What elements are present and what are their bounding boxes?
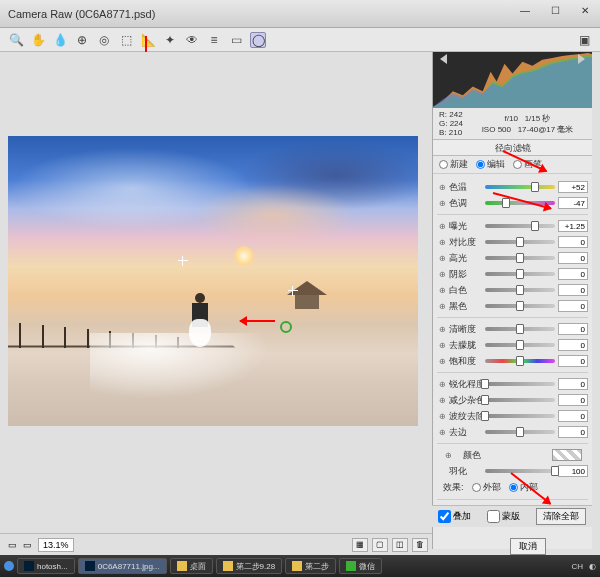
zoom-select[interactable]: 13.1% [38,538,74,552]
redeye-icon[interactable]: 👁 [184,32,200,48]
slider-value[interactable]: 0 [558,378,588,390]
slider-thumb[interactable] [502,198,510,208]
mode-brush[interactable]: 画笔 [513,158,542,171]
slider-thumb[interactable] [516,237,524,247]
system-tray[interactable]: CH ◐ [571,562,596,571]
expand-icon[interactable]: ⊕ [437,357,447,366]
slider-value[interactable]: +52 [558,181,588,193]
slider-thumb[interactable] [516,269,524,279]
expand-icon[interactable]: ⊕ [437,302,447,311]
trash-icon[interactable]: 🗑 [412,538,428,552]
slider-thumb[interactable] [531,221,539,231]
expand-icon[interactable]: ⊕ [437,222,447,231]
slider-track[interactable] [485,304,555,308]
expand-icon[interactable]: ⊕ [437,286,447,295]
overlay-checkbox[interactable]: 叠加 [438,510,471,523]
radial-pin[interactable] [288,286,298,296]
task-item[interactable]: 微信 [339,558,382,574]
histogram[interactable] [433,52,592,108]
spot-icon[interactable]: ✦ [162,32,178,48]
task-item[interactable]: 桌面 [170,558,213,574]
slider-value[interactable]: 100 [558,465,588,477]
slider-value[interactable]: 0 [558,426,588,438]
slider-value[interactable]: 0 [558,300,588,312]
start-button[interactable] [4,561,14,571]
slider-track[interactable] [485,224,555,228]
view-split-icon[interactable]: ◫ [392,538,408,552]
slider-value[interactable]: 0 [558,268,588,280]
expand-icon[interactable]: ⊕ [437,325,447,334]
highlight-clip-icon[interactable] [578,54,590,64]
view-grid-icon[interactable]: ▦ [352,538,368,552]
effect-outside[interactable]: 外部 [472,481,501,494]
task-item[interactable]: 第二步 [285,558,336,574]
slider-track[interactable] [485,359,555,363]
slider-track[interactable] [485,430,555,434]
shadow-clip-icon[interactable] [435,54,447,64]
slider-thumb[interactable] [516,340,524,350]
view-single-icon[interactable]: ▢ [372,538,388,552]
color-swatch[interactable] [552,449,582,461]
clear-all-button[interactable]: 清除全部 [536,508,586,525]
slider-value[interactable]: 0 [558,394,588,406]
cancel-button[interactable]: 取消 [510,538,546,555]
slider-thumb[interactable] [481,411,489,421]
radial-center-handle[interactable] [280,321,292,333]
slider-thumb[interactable] [516,324,524,334]
slider-value[interactable]: 0 [558,410,588,422]
radial-icon[interactable]: ◯ [250,32,266,48]
slider-track[interactable] [485,414,555,418]
slider-track[interactable] [485,256,555,260]
slider-track[interactable] [485,382,555,386]
max-button[interactable]: ☐ [540,0,570,20]
task-item[interactable]: 0C6A87711.jpg... [78,558,167,574]
slider-track[interactable] [485,327,555,331]
slider-thumb[interactable] [516,253,524,263]
target-icon[interactable]: ◎ [96,32,112,48]
expand-icon[interactable]: ⊕ [437,238,447,247]
slider-thumb[interactable] [551,466,559,476]
slider-thumb[interactable] [481,379,489,389]
slider-track[interactable] [485,398,555,402]
close-button[interactable]: ✕ [570,0,600,20]
slider-track[interactable] [485,343,555,347]
expand-icon[interactable]: ⊕ [443,451,453,460]
zoom-out-icon[interactable]: ▭ [8,540,17,550]
task-item[interactable]: hotosh... [17,558,75,574]
slider-value[interactable]: +1.25 [558,220,588,232]
expand-icon[interactable]: ⊕ [437,341,447,350]
magnify-icon[interactable]: 🔍 [8,32,24,48]
slider-value[interactable]: -47 [558,197,588,209]
slider-value[interactable]: 0 [558,339,588,351]
preview-toggle-icon[interactable]: ▣ [576,32,592,48]
mode-edit[interactable]: 编辑 [476,158,505,171]
slider-thumb[interactable] [531,182,539,192]
expand-icon[interactable]: ⊕ [437,183,447,192]
min-button[interactable]: — [510,0,540,20]
slider-track[interactable] [485,240,555,244]
expand-icon[interactable]: ⊕ [437,428,447,437]
slider-thumb[interactable] [516,285,524,295]
expand-icon[interactable]: ⊕ [437,380,447,389]
slider-thumb[interactable] [481,395,489,405]
task-item[interactable]: 第二步9.28 [216,558,283,574]
slider-value[interactable]: 0 [558,236,588,248]
eyedrop-icon[interactable]: 💧 [52,32,68,48]
expand-icon[interactable]: ⊕ [437,412,447,421]
slider-thumb[interactable] [516,301,524,311]
slider-track[interactable] [485,185,555,189]
mode-new[interactable]: 新建 [439,158,468,171]
radial-pin[interactable] [178,256,188,266]
slider-track[interactable] [485,272,555,276]
hand-icon[interactable]: ✋ [30,32,46,48]
slider-value[interactable]: 0 [558,284,588,296]
expand-icon[interactable]: ⊕ [437,254,447,263]
sampler-icon[interactable]: ⊕ [74,32,90,48]
slider-track[interactable] [485,469,555,473]
slider-thumb[interactable] [516,356,524,366]
expand-icon[interactable]: ⊕ [437,199,447,208]
slider-value[interactable]: 0 [558,323,588,335]
zoom-fit-icon[interactable]: ▭ [23,540,32,550]
slider-value[interactable]: 0 [558,252,588,264]
straighten-icon[interactable]: 📐 [140,32,156,48]
